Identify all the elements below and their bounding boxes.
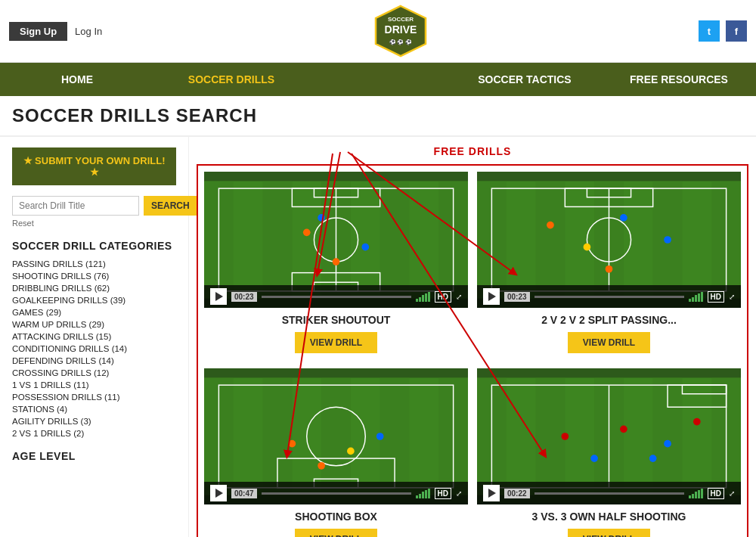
svg-point-39 xyxy=(606,265,613,273)
sidebar-category-item[interactable]: ATTACKING DRILLS (15) xyxy=(12,331,176,343)
page-title: SOCCER DRILLS SEARCH xyxy=(12,105,744,126)
logo-area: SOCCER DRIVE ⚽ ⚽ ⚽ xyxy=(374,5,427,57)
signal-bars-icon xyxy=(416,489,430,498)
svg-point-52 xyxy=(288,440,296,448)
hd-badge: HD xyxy=(708,291,724,303)
svg-point-22 xyxy=(303,228,311,236)
categories-list: PASSING DRILLS (121)SHOOTING DRILLS (76)… xyxy=(12,258,176,439)
hd-badge: HD xyxy=(435,291,451,303)
svg-point-67 xyxy=(620,425,627,433)
view-drill-button[interactable]: VIEW DRILL xyxy=(295,332,377,353)
play-button[interactable] xyxy=(483,485,500,501)
page-title-bar: SOCCER DRILLS SEARCH xyxy=(0,96,756,137)
submit-drill-button[interactable]: ★ SUBMIT YOUR OWN DRILL! ★ xyxy=(12,147,176,185)
video-time: 00:22 xyxy=(504,489,530,498)
video-thumbnail: 00:22 HD ⤢ xyxy=(477,368,741,504)
social-links: t f xyxy=(699,20,747,42)
search-input[interactable] xyxy=(12,196,139,216)
play-triangle-icon xyxy=(488,489,496,498)
svg-rect-11 xyxy=(263,181,293,298)
facebook-icon[interactable]: f xyxy=(726,20,747,42)
twitter-icon[interactable]: t xyxy=(699,20,720,42)
view-drill-button[interactable]: VIEW DRILL xyxy=(568,332,650,353)
play-button[interactable] xyxy=(483,288,500,305)
sidebar-category-item[interactable]: AGILITY DRILLS (3) xyxy=(12,415,176,427)
progress-bar xyxy=(262,492,411,495)
sidebar-category-item[interactable]: WARM UP DRILLS (29) xyxy=(12,318,176,331)
video-time: 00:47 xyxy=(231,489,257,498)
play-button[interactable] xyxy=(210,485,227,501)
site-logo[interactable]: SOCCER DRIVE ⚽ ⚽ ⚽ xyxy=(374,5,427,57)
main-layout: ★ SUBMIT YOUR OWN DRILL! ★ SEARCH Reset … xyxy=(0,137,756,537)
fullscreen-icon[interactable]: ⤢ xyxy=(456,489,462,498)
svg-rect-28 xyxy=(536,181,565,298)
top-bar-left: Sign Up Log In xyxy=(9,22,102,41)
drill-title: SHOOTING BOX xyxy=(207,511,465,523)
sidebar-category-item[interactable]: STATIONS (4) xyxy=(12,403,176,415)
drill-title: STRIKER SHOUTOUT xyxy=(207,314,465,326)
categories-heading: SOCCER DRILL CATEGORIES xyxy=(12,240,176,252)
login-button[interactable]: Log In xyxy=(75,26,102,37)
drill-card: 00:23 HD ⤢ 2 V 2 V 2 SPLIT PASSING... VI… xyxy=(477,172,741,359)
sidebar-category-item[interactable]: CROSSING DRILLS (12) xyxy=(12,367,176,379)
fullscreen-icon[interactable]: ⤢ xyxy=(729,489,735,498)
video-controls: 00:47 HD ⤢ xyxy=(204,482,468,504)
drill-title: 3 VS. 3 OWN HALF SHOOTING xyxy=(480,511,738,523)
free-drills-banner: FREE DRILLS xyxy=(197,144,748,158)
fullscreen-icon[interactable]: ⤢ xyxy=(456,293,462,301)
view-drill-button[interactable]: VIEW DRILL xyxy=(568,529,650,537)
svg-rect-58 xyxy=(536,377,565,495)
svg-point-23 xyxy=(361,244,369,251)
svg-point-54 xyxy=(318,462,325,470)
drill-info: 3 VS. 3 OWN HALF SHOOTING VIEW DRILL xyxy=(477,504,741,537)
nav-soccer-tactics[interactable]: SOCCER TACTICS xyxy=(448,63,602,96)
sidebar-category-item[interactable]: GOALKEEPING DRILLS (39) xyxy=(12,294,176,306)
top-bar: Sign Up Log In SOCCER DRIVE ⚽ ⚽ ⚽ t f xyxy=(0,0,756,63)
drill-info: SHOOTING BOX VIEW DRILL xyxy=(204,504,468,537)
svg-point-71 xyxy=(649,455,657,462)
play-triangle-icon xyxy=(215,489,223,498)
drills-grid: 00:23 HD ⤢ STRIKER SHOUTOUT VIEW DRILL xyxy=(197,164,748,537)
signup-button[interactable]: Sign Up xyxy=(9,22,67,41)
search-row: SEARCH xyxy=(12,196,176,216)
video-controls: 00:22 HD ⤢ xyxy=(477,482,741,504)
svg-point-25 xyxy=(318,214,325,222)
sidebar-category-item[interactable]: GAMES (29) xyxy=(12,306,176,318)
nav-free-resources[interactable]: FREE RESOURCES xyxy=(602,63,756,96)
sidebar-category-item[interactable]: 1 VS 1 DRILLS (11) xyxy=(12,379,176,391)
progress-bar xyxy=(534,492,684,495)
sidebar-category-item[interactable]: DEFENDING DRILLS (14) xyxy=(12,355,176,367)
signal-bars-icon xyxy=(416,292,430,302)
fullscreen-icon[interactable]: ⤢ xyxy=(729,293,735,301)
svg-point-38 xyxy=(664,236,671,244)
sidebar-category-item[interactable]: DRIBBLING DRILLS (62) xyxy=(12,282,176,294)
play-button[interactable] xyxy=(210,288,227,305)
progress-bar xyxy=(262,296,411,298)
nav-home[interactable]: HOME xyxy=(0,63,154,96)
svg-text:SOCCER: SOCCER xyxy=(388,16,414,23)
svg-point-40 xyxy=(620,214,627,222)
svg-point-37 xyxy=(547,222,554,229)
reset-link[interactable]: Reset xyxy=(12,219,176,228)
svg-point-66 xyxy=(561,433,569,440)
drill-title: 2 V 2 V 2 SPLIT PASSING... xyxy=(480,314,738,326)
sidebar-category-item[interactable]: POSSESSION DRILLS (11) xyxy=(12,391,176,403)
free-drills-label: FREE DRILLS xyxy=(434,145,512,157)
drill-info: 2 V 2 V 2 SPLIT PASSING... VIEW DRILL xyxy=(477,308,741,359)
sidebar-category-item[interactable]: CONDITIONING DRILLS (14) xyxy=(12,343,176,355)
sidebar: ★ SUBMIT YOUR OWN DRILL! ★ SEARCH Reset … xyxy=(0,137,189,537)
sidebar-category-item[interactable]: PASSING DRILLS (121) xyxy=(12,258,176,270)
video-thumbnail: 00:47 HD ⤢ xyxy=(204,368,468,504)
sidebar-category-item[interactable]: SHOOTING DRILLS (76) xyxy=(12,270,176,282)
progress-bar xyxy=(534,296,684,298)
play-triangle-icon xyxy=(215,292,223,301)
video-time: 00:23 xyxy=(504,292,530,302)
age-level-heading: AGE LEVEL xyxy=(12,450,176,462)
drill-info: STRIKER SHOUTOUT VIEW DRILL xyxy=(204,308,468,359)
svg-point-53 xyxy=(347,448,355,455)
nav-bar: HOME SOCCER DRILLS SOCCER TACTICS FREE R… xyxy=(0,63,756,96)
nav-soccer-drills[interactable]: SOCCER DRILLS xyxy=(154,63,308,96)
sidebar-category-item[interactable]: 2 VS 1 DRILLS (2) xyxy=(12,427,176,439)
svg-point-41 xyxy=(584,244,591,251)
view-drill-button[interactable]: VIEW DRILL xyxy=(295,529,377,537)
